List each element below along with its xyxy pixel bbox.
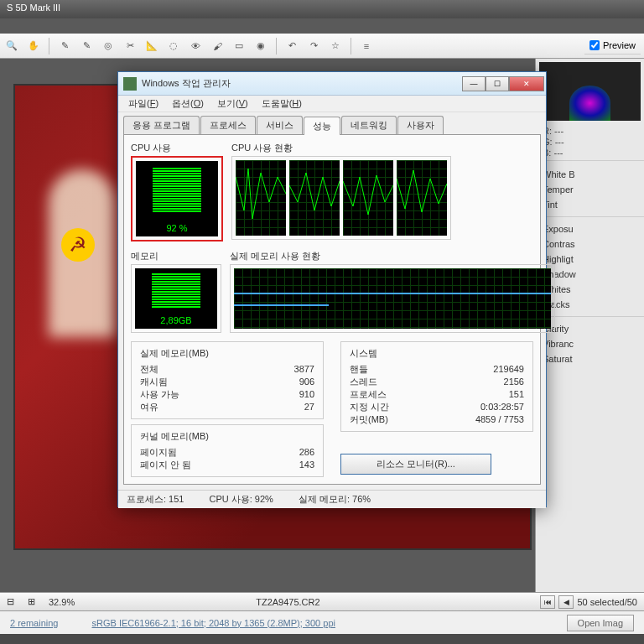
- filename: TZ2A9475.CR2: [256, 597, 319, 607]
- rgb-readout: R: --- G: --- B: ---: [536, 124, 644, 160]
- tm-body: CPU 사용 92 % CPU 사용 현황: [123, 134, 541, 485]
- tm-tab-2[interactable]: 서비스: [257, 116, 303, 134]
- slider-label: Saturat: [543, 354, 572, 364]
- app-toolbar: 🔍 ✋ ✎ ✎ ◎ ✂ 📐 ◌ 👁 🖌 ▭ ◉ ↶ ↷ ☆ ≡ Preview: [0, 34, 644, 59]
- preview-toggle[interactable]: Preview: [584, 37, 641, 55]
- emblem-icon: ☭: [61, 228, 95, 262]
- slider-label: Exposu: [543, 224, 574, 234]
- memory-gauge: 2,89GB: [135, 268, 217, 329]
- resource-monitor-button[interactable]: 리소스 모니터(R)...: [340, 454, 491, 475]
- redeye-icon[interactable]: 👁: [187, 38, 204, 55]
- tm-menu-보기[interactable]: 보기(V): [210, 96, 255, 112]
- tm-app-icon: [123, 77, 137, 91]
- slider-label: Vibranc: [543, 339, 574, 349]
- app-title: S 5D Mark III: [7, 3, 60, 13]
- remaining-link[interactable]: 2 remaining: [10, 618, 58, 628]
- cpu-percent: 92 %: [136, 223, 218, 233]
- memory-history-label: 실제 메모리 사용 현황: [230, 250, 555, 262]
- sampler-icon[interactable]: ✎: [78, 38, 95, 55]
- cpu-history-group: [231, 156, 451, 240]
- close-button[interactable]: ✕: [509, 76, 544, 91]
- selection-count: 50 selected/50: [577, 597, 637, 607]
- tm-tab-5[interactable]: 사용자: [397, 116, 444, 134]
- open-image-button[interactable]: Open Imag: [567, 615, 634, 631]
- nav-prev-icon[interactable]: ◀: [558, 595, 574, 609]
- status-bar: 2 remaining sRGB IEC61966-2.1; 16 bit; 2…: [0, 610, 644, 634]
- tm-menubar: 파일(F)옵션(O)보기(V)도움말(H): [118, 96, 546, 112]
- tm-tab-1[interactable]: 프로세스: [200, 116, 256, 134]
- cpu-core-3: [397, 160, 447, 236]
- tm-tab-3[interactable]: 성능: [304, 117, 340, 135]
- zoom-bar: ⊟ ⊞ 32.9% TZ2A9475.CR2 ⏮ ◀ 50 selected/5…: [0, 592, 644, 610]
- tm-tabs: 응용 프로그램프로세스서비스성능네트워킹사용자: [118, 112, 546, 134]
- rotate-cw-icon[interactable]: ↷: [305, 38, 322, 55]
- cpu-core-1: [289, 160, 340, 236]
- memory-history-graph: [234, 268, 551, 329]
- memory-value: 2,89GB: [135, 315, 217, 325]
- memory-label: 메모리: [131, 250, 221, 262]
- cpu-gauge-group: 92 %: [131, 156, 223, 242]
- tm-stats: 실제 메모리(MB) 전체3877캐시됨906사용 가능910여유27 커널 메…: [131, 341, 533, 477]
- spot-icon[interactable]: ◌: [165, 38, 182, 55]
- star-icon[interactable]: ☆: [327, 38, 344, 55]
- target-icon[interactable]: ◎: [100, 38, 117, 55]
- rotate-ccw-icon[interactable]: ↶: [283, 38, 300, 55]
- task-manager-window: Windows 작업 관리자 — ☐ ✕ 파일(F)옵션(O)보기(V)도움말(…: [117, 71, 547, 507]
- maximize-button[interactable]: ☐: [486, 76, 509, 91]
- cpu-history-label: CPU 사용 현황: [231, 142, 451, 154]
- zoom-level[interactable]: 32.9%: [49, 597, 75, 607]
- system-group: 시스템 핸들219649스레드2156프로세스151지정 시간0:03:28:5…: [340, 341, 533, 432]
- tm-statusbar: 프로세스: 151 CPU 사용: 92% 실제 메모리: 76%: [118, 490, 546, 508]
- preview-checkbox[interactable]: [589, 40, 600, 50]
- profile-link[interactable]: sRGB IEC61966-2.1; 16 bit; 2048 by 1365 …: [91, 618, 335, 628]
- memory-gauge-group: 2,89GB: [131, 264, 221, 333]
- status-memory: 실제 메모리: 76%: [299, 493, 371, 506]
- tm-tab-0[interactable]: 응용 프로그램: [123, 116, 200, 134]
- brush-icon[interactable]: 🖌: [209, 38, 226, 55]
- phys-mem-group: 실제 메모리(MB) 전체3877캐시됨906사용 가능910여유27: [131, 341, 324, 419]
- memory-history-group: [230, 264, 555, 333]
- zoom-in-icon[interactable]: ⊞: [28, 596, 35, 607]
- minimize-button[interactable]: —: [462, 76, 486, 91]
- status-processes: 프로세스: 151: [127, 493, 184, 506]
- slider-label: Temper: [543, 184, 574, 195]
- tm-titlebar[interactable]: Windows 작업 관리자 — ☐ ✕: [118, 72, 546, 96]
- cpu-core-2: [343, 160, 393, 236]
- crop-icon[interactable]: ✂: [122, 38, 138, 55]
- zoom-out-icon[interactable]: ⊟: [7, 596, 14, 607]
- prefs-icon[interactable]: ≡: [358, 38, 375, 55]
- gradient-icon[interactable]: ▭: [231, 38, 247, 55]
- tm-menu-옵션[interactable]: 옵션(O): [165, 96, 210, 112]
- app-menubar[interactable]: [0, 18, 644, 34]
- slider-label: White B: [543, 169, 575, 179]
- cpu-core-0: [236, 160, 286, 236]
- slider-label: Contras: [543, 239, 575, 249]
- tm-menu-도움말[interactable]: 도움말(H): [255, 96, 309, 112]
- eyedropper-icon[interactable]: ✎: [56, 38, 73, 55]
- cpu-gauge: 92 %: [136, 161, 218, 236]
- kernel-mem-group: 커널 메모리(MB) 페이지됨286페이지 안 됨143: [131, 424, 324, 477]
- histogram[interactable]: [539, 62, 641, 121]
- tm-title: Windows 작업 관리자: [142, 77, 462, 90]
- app-titlebar: S 5D Mark III: [0, 0, 644, 18]
- cpu-usage-label: CPU 사용: [131, 142, 223, 154]
- tm-tab-4[interactable]: 네트워킹: [341, 116, 397, 134]
- tm-menu-파일[interactable]: 파일(F): [122, 96, 165, 112]
- zoom-tool-icon[interactable]: 🔍: [3, 38, 20, 55]
- hand-tool-icon[interactable]: ✋: [25, 38, 42, 55]
- status-cpu: CPU 사용: 92%: [209, 493, 273, 506]
- nav-first-icon[interactable]: ⏮: [540, 595, 555, 609]
- radial-icon[interactable]: ◉: [252, 38, 269, 55]
- straighten-icon[interactable]: 📐: [143, 38, 160, 55]
